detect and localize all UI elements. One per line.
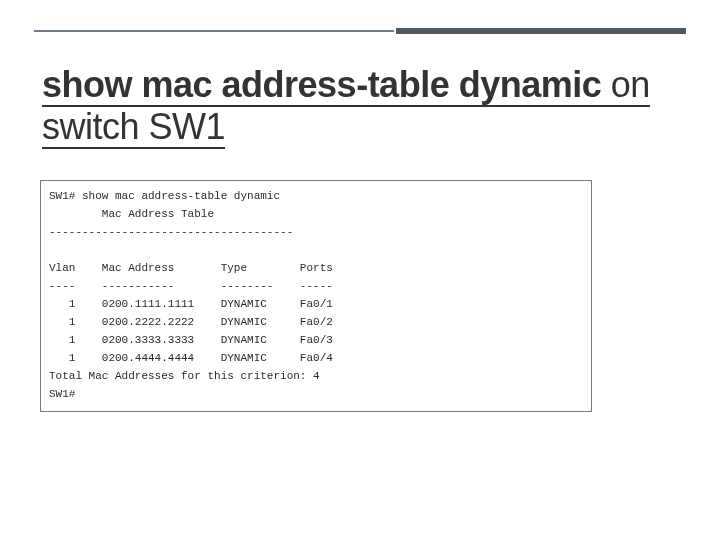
table-row: 1 0200.1111.1111 DYNAMIC Fa0/1 [49, 295, 583, 313]
header-rule-thick [396, 28, 686, 34]
title-command: show mac address-table dynamic [42, 64, 601, 105]
terminal-footer: Total Mac Addresses for this criterion: … [49, 367, 583, 385]
terminal-blank [49, 241, 583, 259]
table-row: 1 0200.3333.3333 DYNAMIC Fa0/3 [49, 331, 583, 349]
terminal-column-header: Vlan Mac Address Type Ports [49, 259, 583, 277]
table-row: 1 0200.4444.4444 DYNAMIC Fa0/4 [49, 349, 583, 367]
terminal-subheader: Mac Address Table [49, 205, 583, 223]
terminal-prompt-cmd: SW1# show mac address-table dynamic [49, 187, 583, 205]
slide-title: show mac address-table dynamic on switch… [42, 64, 678, 149]
terminal-column-underline: ---- ----------- -------- ----- [49, 277, 583, 295]
terminal-output: SW1# show mac address-table dynamic Mac … [40, 180, 592, 412]
terminal-separator: ------------------------------------- [49, 223, 583, 241]
header-rule-thin [34, 30, 394, 32]
table-row: 1 0200.2222.2222 DYNAMIC Fa0/2 [49, 313, 583, 331]
terminal-final-prompt: SW1# [49, 385, 583, 403]
slide: show mac address-table dynamic on switch… [0, 0, 720, 540]
terminal-entries: 1 0200.1111.1111 DYNAMIC Fa0/1 1 0200.22… [49, 295, 583, 367]
header-rule [0, 0, 720, 46]
